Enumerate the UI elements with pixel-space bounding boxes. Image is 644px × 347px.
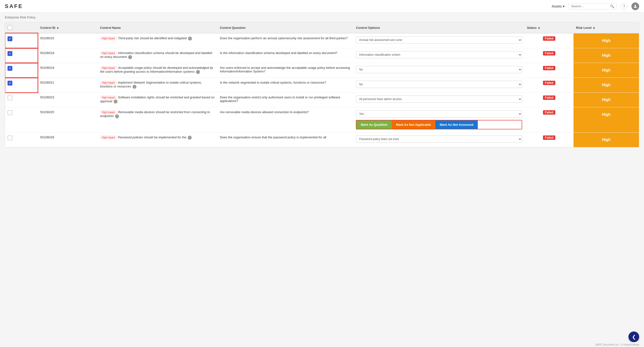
table-header: Control ID ⇅ Control Name Control Questi… xyxy=(5,22,639,33)
control-id-cell: 50106015 xyxy=(38,33,98,48)
control-question-cell: Does the organisation perform an annual … xyxy=(217,33,354,48)
risk-level-value: High xyxy=(574,92,639,107)
chevron-down-icon: ▾ xyxy=(563,4,564,8)
th-control-options-label: Control Options xyxy=(356,26,380,30)
control-name-text: Information classification schema should… xyxy=(100,51,212,59)
risk-level-cell: High xyxy=(574,33,639,48)
info-icon[interactable]: i xyxy=(188,36,192,40)
mark-not-assessed-button[interactable]: Mark As Not Assessed xyxy=(436,120,478,129)
th-checkbox xyxy=(5,22,38,33)
control-question-cell: Is the information classification schema… xyxy=(217,48,354,63)
option-select[interactable]: All personnel have admin access xyxy=(356,96,522,103)
control-question-cell: Are users enforced to accept and acknowl… xyxy=(217,63,354,78)
help-button[interactable]: ? xyxy=(621,3,628,10)
row-checkbox[interactable] xyxy=(8,51,12,56)
row-checkbox[interactable] xyxy=(8,110,12,115)
info-icon[interactable]: i xyxy=(196,70,200,74)
info-icon[interactable]: i xyxy=(188,136,192,140)
select-all-checkbox[interactable] xyxy=(8,25,12,30)
status-badge: Failed xyxy=(543,96,555,100)
control-name-cell: High ImpactInformation classification sc… xyxy=(98,48,217,63)
row-checkbox[interactable] xyxy=(8,96,12,100)
control-options-cell: All personnel have admin access xyxy=(354,92,524,107)
status-cell: Failed xyxy=(524,48,574,63)
control-question-cell: Is the network segmented to isolate crit… xyxy=(217,78,354,92)
row-checkbox[interactable] xyxy=(8,66,12,71)
control-name-cell: High ImpactThird-party risk should be id… xyxy=(98,33,217,48)
info-icon[interactable]: i xyxy=(132,85,136,89)
assets-dropdown-button[interactable]: Assets ▾ xyxy=(552,4,564,8)
header-right: Assets ▾ 🔍 ? xyxy=(552,2,639,10)
control-name-cell: High ImpactImplement Network Segmentatio… xyxy=(98,78,217,92)
row-checkbox[interactable] xyxy=(8,36,12,41)
sort-icon-status[interactable]: ⇅ xyxy=(538,27,540,29)
option-select[interactable]: Information classification schem xyxy=(356,51,522,58)
row-checkbox[interactable] xyxy=(8,136,12,140)
status-badge: Failed xyxy=(543,136,555,140)
control-question-cell: Does the organisation restrict only auth… xyxy=(217,92,354,107)
control-name-cell: High ImpactAcceptable usage policy shoul… xyxy=(98,63,217,78)
logo: SAFE xyxy=(5,3,23,10)
assets-label: Assets xyxy=(552,4,562,8)
control-options-cell: Annual risk assessment are cond xyxy=(354,33,524,48)
risk-table: Control ID ⇅ Control Name Control Questi… xyxy=(5,22,639,147)
search-icon: 🔍 xyxy=(610,4,614,8)
table-row: 50106018High ImpactInformation classific… xyxy=(5,48,639,63)
sort-icon-risk[interactable]: ⇅ xyxy=(593,27,595,29)
th-control-options: Control Options xyxy=(354,22,524,33)
status-cell: Failed xyxy=(524,78,574,92)
risk-level-value: High xyxy=(574,34,639,48)
control-question-cell: Are removable media devices allowed conn… xyxy=(217,107,354,132)
high-impact-badge: High Impact xyxy=(100,110,117,114)
row-checkbox[interactable] xyxy=(8,81,12,86)
control-id-cell: 50106026 xyxy=(38,132,98,147)
status-badge: Failed xyxy=(543,81,555,85)
control-options-cell: YesMark As QualifiedMark As Not Applicab… xyxy=(354,107,524,132)
control-name-cell: High ImpactSoftware installation rights … xyxy=(98,92,217,107)
main-table-wrapper: Control ID ⇅ Control Name Control Questi… xyxy=(5,22,639,148)
option-select[interactable]: No xyxy=(356,81,522,88)
table-row: 50106019High ImpactAcceptable usage poli… xyxy=(5,63,639,78)
search-bar: 🔍 xyxy=(568,3,617,10)
avatar[interactable] xyxy=(632,2,639,10)
info-icon[interactable]: i xyxy=(115,114,119,118)
header-left: SAFE xyxy=(5,3,23,10)
risk-level-cell: High xyxy=(574,48,639,63)
option-select[interactable]: Password policy does not exist xyxy=(356,136,522,143)
status-badge: Failed xyxy=(543,51,555,56)
control-options-cell: Information classification schem xyxy=(354,48,524,63)
action-buttons-container: Mark As QualifiedMark As Not ApplicableM… xyxy=(356,120,522,130)
table-row: 50106023High ImpactSoftware installation… xyxy=(5,92,639,107)
sort-icon-control-id[interactable]: ⇅ xyxy=(57,27,59,29)
breadcrumb: Enterprise Risk Policy xyxy=(0,12,644,22)
control-options-cell: Password policy does not exist xyxy=(354,132,524,147)
control-id-cell: 50106023 xyxy=(38,92,98,107)
control-name-text: Password policies should be implemented … xyxy=(118,136,186,139)
high-impact-badge: High Impact xyxy=(100,136,117,139)
control-options-cell: No xyxy=(354,78,524,92)
info-icon[interactable]: i xyxy=(128,55,132,59)
option-select[interactable]: Yes xyxy=(356,110,522,118)
th-status: Status ⇅ xyxy=(524,22,574,33)
checkbox-cell xyxy=(5,78,38,92)
risk-level-cell: High xyxy=(574,63,639,78)
high-impact-badge: High Impact xyxy=(100,81,117,84)
option-select[interactable]: Annual risk assessment are cond xyxy=(356,36,522,44)
option-select[interactable]: No xyxy=(356,66,522,73)
status-badge: Failed xyxy=(543,66,555,70)
mark-qualified-button[interactable]: Mark As Qualified xyxy=(356,120,392,129)
high-impact-badge: High Impact xyxy=(100,66,117,70)
risk-level-value: High xyxy=(574,78,639,92)
status-badge: Failed xyxy=(543,110,555,114)
info-icon[interactable]: i xyxy=(114,100,118,104)
risk-level-cell: High xyxy=(574,92,639,107)
search-input[interactable] xyxy=(571,4,609,8)
th-control-name: Control Name xyxy=(98,22,217,33)
control-name-cell: High ImpactRemovable media devices shoul… xyxy=(98,107,217,132)
control-name-cell: High ImpactPassword policies should be i… xyxy=(98,132,217,147)
table-body: 50106015High ImpactThird-party risk shou… xyxy=(5,33,639,147)
control-id-cell: 50106025 xyxy=(38,107,98,132)
th-risk-level-label: Risk Level xyxy=(576,26,592,30)
control-id-cell: 50106019 xyxy=(38,63,98,78)
mark-not-applicable-button[interactable]: Mark As Not Applicable xyxy=(392,120,436,129)
